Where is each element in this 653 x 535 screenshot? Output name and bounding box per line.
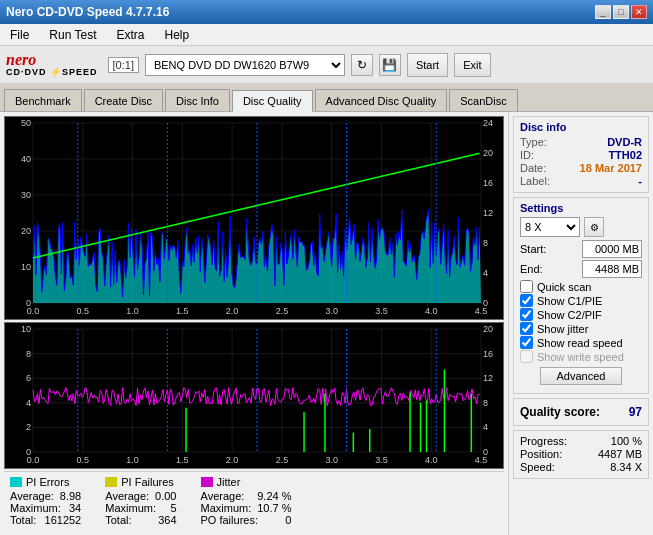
show-jitter-checkbox[interactable] xyxy=(520,322,533,335)
window-title: Nero CD-DVD Speed 4.7.7.16 xyxy=(6,5,169,19)
disc-info-title: Disc info xyxy=(520,121,642,133)
quick-scan-row: Quick scan xyxy=(520,280,642,293)
advanced-button[interactable]: Advanced xyxy=(540,367,623,385)
settings-title: Settings xyxy=(520,202,642,214)
jitter-legend: Jitter Average: 9.24 % Maximum: 10.7 % P… xyxy=(201,476,292,526)
pi-failures-max: Maximum: 5 xyxy=(105,502,176,514)
disc-date-row: Date: 18 Mar 2017 xyxy=(520,162,642,174)
exit-button[interactable]: Exit xyxy=(454,53,490,77)
show-jitter-row: Show jitter xyxy=(520,322,642,335)
chart-area: PI Errors Average: 8.98 Maximum: 34 Tota… xyxy=(0,112,508,535)
logo-cdspeed: CD·DVD ⚡SPEED xyxy=(6,68,98,77)
pi-errors-avg: Average: 8.98 xyxy=(10,490,81,502)
tab-create-disc[interactable]: Create Disc xyxy=(84,89,163,111)
maximize-button[interactable]: □ xyxy=(613,5,629,19)
pi-failures-title: PI Failures xyxy=(121,476,174,488)
quality-score-row: Quality score: 97 xyxy=(520,403,642,421)
show-c1pie-row: Show C1/PIE xyxy=(520,294,642,307)
legend-area: PI Errors Average: 8.98 Maximum: 34 Tota… xyxy=(4,471,504,531)
drive-select[interactable]: BENQ DVD DD DW1620 B7W9 xyxy=(145,54,345,76)
show-write-speed-checkbox[interactable] xyxy=(520,350,533,363)
logo: nero CD·DVD ⚡SPEED xyxy=(6,52,98,77)
show-read-speed-checkbox[interactable] xyxy=(520,336,533,349)
jitter-title: Jitter xyxy=(217,476,241,488)
close-button[interactable]: ✕ xyxy=(631,5,647,19)
menu-file[interactable]: File xyxy=(4,27,35,43)
bottom-chart xyxy=(4,322,504,469)
disc-type-row: Type: DVD-R xyxy=(520,136,642,148)
pi-errors-legend: PI Errors Average: 8.98 Maximum: 34 Tota… xyxy=(10,476,81,526)
jitter-max: Maximum: 10.7 % xyxy=(201,502,292,514)
jitter-avg: Average: 9.24 % xyxy=(201,490,292,502)
speed-select[interactable]: 8 X xyxy=(520,217,580,237)
position-row: Position: 4487 MB xyxy=(520,448,642,460)
refresh-icon[interactable]: ↻ xyxy=(351,54,373,76)
sidebar: Disc info Type: DVD-R ID: TTH02 Date: 18… xyxy=(508,112,653,535)
title-bar: Nero CD-DVD Speed 4.7.7.16 _ □ ✕ xyxy=(0,0,653,24)
start-button[interactable]: Start xyxy=(407,53,448,77)
tab-scandisc[interactable]: ScanDisc xyxy=(449,89,517,111)
show-c1pie-checkbox[interactable] xyxy=(520,294,533,307)
progress-row: Progress: 100 % xyxy=(520,435,642,447)
pi-errors-total: Total: 161252 xyxy=(10,514,81,526)
main-content: PI Errors Average: 8.98 Maximum: 34 Tota… xyxy=(0,112,653,535)
settings-icon[interactable]: ⚙ xyxy=(584,217,604,237)
start-mb-row: Start: xyxy=(520,240,642,258)
start-mb-input[interactable] xyxy=(582,240,642,258)
progress-section: Progress: 100 % Position: 4487 MB Speed:… xyxy=(513,430,649,479)
pi-failures-total: Total: 364 xyxy=(105,514,176,526)
show-c2pif-checkbox[interactable] xyxy=(520,308,533,321)
quick-scan-checkbox[interactable] xyxy=(520,280,533,293)
settings-section: Settings 8 X ⚙ Start: End: Quick scan xyxy=(513,197,649,394)
top-chart xyxy=(4,116,504,320)
disc-id-row: ID: TTH02 xyxy=(520,149,642,161)
show-c2pif-row: Show C2/PIF xyxy=(520,308,642,321)
end-mb-row: End: xyxy=(520,260,642,278)
tab-bar: Benchmark Create Disc Disc Info Disc Qua… xyxy=(0,84,653,112)
save-icon[interactable]: 💾 xyxy=(379,54,401,76)
pi-errors-title: PI Errors xyxy=(26,476,69,488)
jitter-color xyxy=(201,477,213,487)
end-mb-input[interactable] xyxy=(582,260,642,278)
drive-label: [0:1] xyxy=(108,57,139,73)
pi-failures-avg: Average: 0.00 xyxy=(105,490,176,502)
menu-help[interactable]: Help xyxy=(159,27,196,43)
speed-row: Speed: 8.34 X xyxy=(520,461,642,473)
quality-section: Quality score: 97 xyxy=(513,398,649,426)
menu-bar: File Run Test Extra Help xyxy=(0,24,653,46)
disc-info-section: Disc info Type: DVD-R ID: TTH02 Date: 18… xyxy=(513,116,649,193)
toolbar: nero CD·DVD ⚡SPEED [0:1] BENQ DVD DD DW1… xyxy=(0,46,653,84)
menu-run-test[interactable]: Run Test xyxy=(43,27,102,43)
speed-row: 8 X ⚙ xyxy=(520,217,642,237)
pi-errors-color xyxy=(10,477,22,487)
disc-label-row: Label: - xyxy=(520,175,642,187)
menu-extra[interactable]: Extra xyxy=(110,27,150,43)
pi-failures-legend: PI Failures Average: 0.00 Maximum: 5 Tot… xyxy=(105,476,176,526)
tab-disc-info[interactable]: Disc Info xyxy=(165,89,230,111)
window-controls: _ □ ✕ xyxy=(595,5,647,19)
show-read-speed-row: Show read speed xyxy=(520,336,642,349)
logo-nero: nero xyxy=(6,52,98,68)
pi-errors-max: Maximum: 34 xyxy=(10,502,81,514)
pi-failures-color xyxy=(105,477,117,487)
jitter-po: PO failures: 0 xyxy=(201,514,292,526)
tab-disc-quality[interactable]: Disc Quality xyxy=(232,90,313,112)
show-write-speed-row: Show write speed xyxy=(520,350,642,363)
minimize-button[interactable]: _ xyxy=(595,5,611,19)
tab-benchmark[interactable]: Benchmark xyxy=(4,89,82,111)
tab-advanced-disc-quality[interactable]: Advanced Disc Quality xyxy=(315,89,448,111)
